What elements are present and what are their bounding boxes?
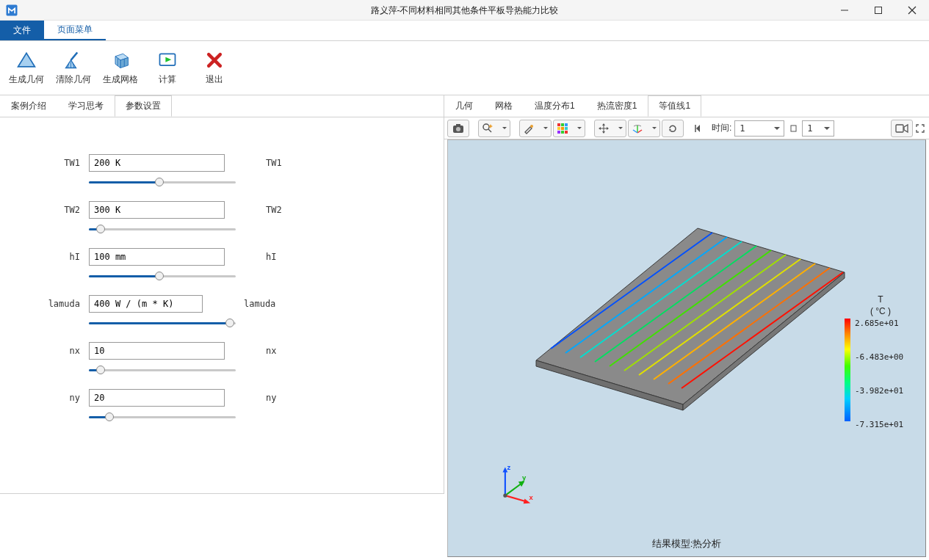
tab-heat-flux[interactable]: 热流密度1 (586, 95, 648, 117)
brush-button[interactable] (519, 120, 552, 137)
param-input-lamuda[interactable] (89, 295, 203, 313)
titlebar: 路义萍-不同材料相同其他条件平板导热能力比较 (0, 0, 929, 21)
svg-rect-31 (557, 131, 560, 134)
svg-rect-25 (557, 123, 560, 126)
param-row-nx: nx nx (22, 342, 422, 360)
time-step-back-button[interactable] (693, 120, 704, 137)
tab-geometry[interactable]: 几何 (444, 95, 484, 117)
tab-param-set[interactable]: 参数设置 (115, 95, 172, 117)
gen-mesh-label: 生成网格 (103, 73, 138, 86)
orbit-button[interactable] (628, 120, 660, 137)
cb-tick: 2.685e+01 (855, 319, 921, 352)
zoom-button[interactable] (478, 120, 510, 137)
svg-rect-42 (791, 126, 796, 131)
colormap-button[interactable] (553, 120, 585, 137)
exit-button[interactable]: 退出 (194, 44, 235, 92)
record-button[interactable] (891, 120, 913, 137)
param-right-label: lamuda (207, 299, 295, 309)
svg-rect-26 (561, 123, 564, 126)
rotate-axes-icon (632, 123, 643, 134)
tab-temp-dist[interactable]: 温度分布1 (524, 95, 586, 117)
slider-tw2[interactable] (89, 223, 236, 235)
param-right-label: hI (229, 252, 317, 262)
snapshot-button[interactable] (447, 120, 469, 137)
param-right-label: ny (229, 393, 317, 403)
svg-point-67 (503, 494, 507, 498)
param-right-label: nx (229, 346, 317, 356)
colorbar-unit: ( °C ) (870, 306, 891, 316)
slider-tw1[interactable] (89, 176, 236, 188)
param-input-tw2[interactable] (89, 201, 225, 219)
window-minimize-button[interactable] (828, 0, 861, 21)
svg-marker-44 (904, 125, 908, 132)
tab-contour[interactable]: 等值线1 (648, 95, 701, 117)
ribbon-tab-file[interactable]: 文件 (0, 21, 44, 40)
clear-geometry-button[interactable]: 清除几何 (53, 44, 94, 92)
cb-tick: -7.315e+01 (855, 420, 921, 429)
frame-select[interactable]: 1 (802, 120, 834, 137)
time-select-value: 1 (740, 123, 745, 134)
param-left-label: hI (22, 252, 84, 262)
compute-label: 计算 (159, 73, 176, 86)
gen-geometry-button[interactable]: 生成几何 (6, 44, 47, 92)
slider-ny[interactable] (89, 411, 236, 423)
param-row-ny: ny ny (22, 389, 422, 407)
param-panel: TW1 TW1 TW2 TW2 hI hI lamuda lamuda nx (0, 117, 444, 494)
left-subtabs: 案例介绍 学习思考 参数设置 (0, 95, 444, 117)
play-icon (157, 50, 178, 70)
svg-rect-43 (896, 125, 903, 132)
result-title: 结果模型:热分析 (448, 537, 925, 550)
tab-case-intro[interactable]: 案例介绍 (0, 95, 57, 117)
pan-button[interactable] (594, 120, 626, 137)
gen-geometry-label: 生成几何 (9, 73, 44, 86)
svg-rect-27 (565, 123, 568, 126)
svg-text:y: y (522, 473, 527, 481)
slider-lamuda[interactable] (89, 317, 236, 329)
window-close-button[interactable] (895, 0, 929, 21)
viewer-toolbar: 时间: 1 1 (444, 117, 929, 139)
fullscreen-icon (916, 124, 925, 133)
axes-gizmo: z x y (496, 461, 540, 505)
svg-line-37 (637, 130, 642, 133)
cb-tick: -3.982e+01 (855, 386, 921, 420)
param-input-nx[interactable] (89, 342, 225, 360)
svg-marker-5 (18, 53, 35, 66)
svg-rect-28 (557, 127, 560, 130)
svg-text:x: x (529, 493, 533, 501)
param-input-tw1[interactable] (89, 154, 225, 172)
3d-viewport[interactable]: z x y T ( °C ) 2.685e+01 -6.483e+00 (447, 139, 926, 557)
fullscreen-button[interactable] (914, 120, 926, 137)
param-left-label: nx (22, 346, 84, 356)
video-icon (895, 123, 908, 134)
frame-step-button[interactable] (789, 120, 800, 137)
brush-icon (523, 123, 535, 134)
slider-hi[interactable] (89, 270, 236, 282)
colorbar-var: T (878, 294, 883, 305)
compute-button[interactable]: 计算 (147, 44, 188, 92)
svg-line-61 (505, 495, 527, 502)
param-input-hi[interactable] (89, 248, 225, 266)
param-input-ny[interactable] (89, 389, 225, 407)
gen-mesh-button[interactable]: 生成网格 (100, 44, 141, 92)
svg-point-20 (456, 127, 460, 131)
tab-mesh[interactable]: 网格 (484, 95, 524, 117)
colorbar: T ( °C ) 2.685e+01 -6.483e+00 -3.982e+01… (840, 294, 921, 429)
close-x-icon (204, 50, 225, 70)
time-select[interactable]: 1 (734, 120, 784, 137)
ribbon-tab-page-menu[interactable]: 页面菜单 (44, 21, 106, 40)
rubik-icon (557, 123, 568, 134)
slider-nx[interactable] (89, 364, 236, 376)
reset-view-button[interactable] (662, 120, 684, 137)
camera-icon (452, 123, 464, 134)
svg-rect-21 (456, 124, 460, 126)
window-maximize-button[interactable] (861, 0, 895, 21)
svg-rect-30 (565, 127, 568, 130)
geometry-icon (16, 50, 37, 70)
tab-study-think[interactable]: 学习思考 (57, 95, 115, 117)
svg-point-22 (483, 124, 489, 130)
exit-label: 退出 (206, 73, 223, 86)
svg-rect-33 (565, 131, 568, 134)
param-left-label: lamuda (22, 299, 84, 309)
colorbar-gradient (845, 319, 850, 421)
svg-rect-2 (875, 7, 882, 14)
